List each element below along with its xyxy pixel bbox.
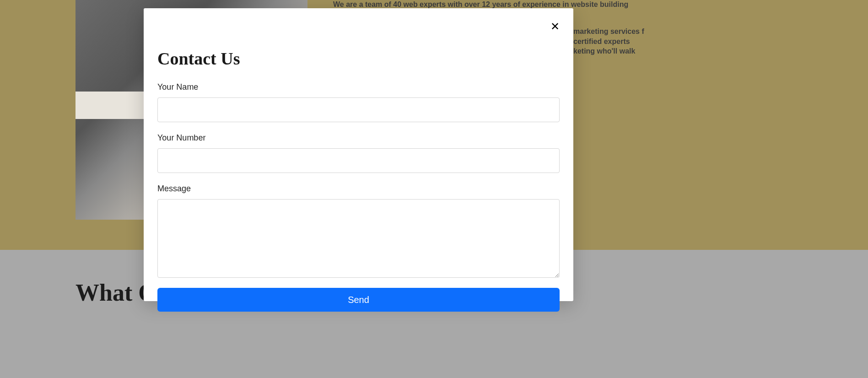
send-button[interactable]: Send: [157, 288, 560, 312]
number-label: Your Number: [157, 133, 560, 143]
modal-title: Contact Us: [157, 49, 560, 69]
contact-modal: ✕ Contact Us Your Name Your Number Messa…: [144, 8, 573, 301]
message-textarea[interactable]: [157, 199, 560, 278]
number-input[interactable]: [157, 148, 560, 173]
close-icon[interactable]: ✕: [550, 21, 560, 32]
name-input[interactable]: [157, 97, 560, 122]
message-label: Message: [157, 184, 560, 194]
name-label: Your Name: [157, 82, 560, 92]
mission-text-fragment: marketing services f certified experts k…: [573, 27, 651, 56]
